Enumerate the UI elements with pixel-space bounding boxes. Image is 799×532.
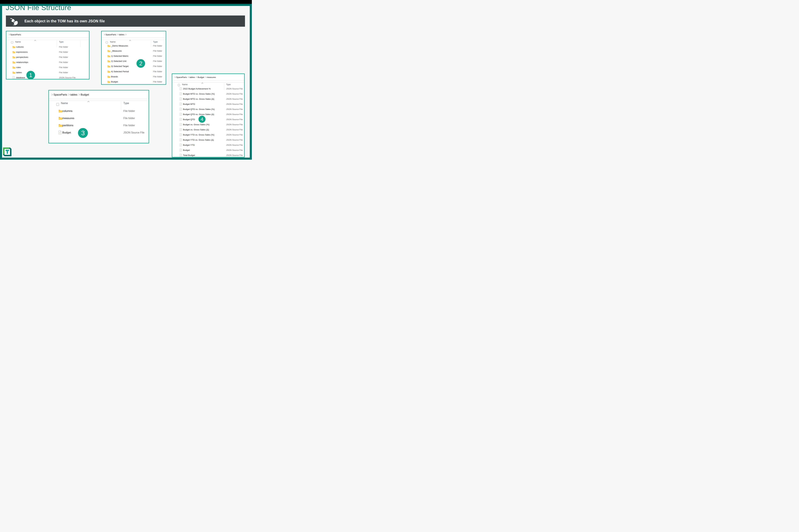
file-type: File folder <box>153 55 162 57</box>
file-type: JSON Source File <box>226 149 243 151</box>
table-row[interactable]: perspectivesFile folder <box>6 55 89 60</box>
json-file-icon: {} <box>179 118 182 121</box>
svg-text:{}: {} <box>180 139 181 140</box>
chevron-right-icon <box>196 76 197 78</box>
file-name: measures <box>62 117 74 120</box>
banner-text: Each object in the TOM has its own JSON … <box>24 19 105 23</box>
table-row[interactable]: {}Budget MTDJSON Source File <box>172 101 244 107</box>
breadcrumb-item[interactable]: Budget <box>198 76 204 78</box>
file-name: _Demo Measures <box>111 44 128 47</box>
svg-text:{}: {} <box>180 114 181 115</box>
select-all-checkbox[interactable] <box>56 103 59 106</box>
type-column-header[interactable]: Type <box>59 41 63 43</box>
table-row[interactable]: _MeasuresFile folder <box>102 48 166 53</box>
breadcrumb-item[interactable]: tables <box>70 93 77 96</box>
table-row[interactable]: {}Budget QTDJSON Source File <box>172 117 244 122</box>
breadcrumb-item[interactable]: tables <box>119 33 125 36</box>
chevron-right-icon <box>68 94 70 95</box>
file-type: JSON Source File <box>226 93 243 95</box>
file-type: File folder <box>59 56 68 58</box>
folder-icon-holder <box>58 108 62 115</box>
table-row[interactable]: _Demo MeasuresFile folder <box>102 43 166 48</box>
breadcrumb: SpacePartstablesBudgetmeasures <box>174 74 216 80</box>
table-row[interactable]: {}Budget QTD vs. Gross Sales (%)JSON Sou… <box>172 107 244 112</box>
json-file-icon: {} <box>179 133 182 136</box>
table-row[interactable]: partitionsFile folder <box>49 122 149 129</box>
table-row[interactable]: 4) Selected PeriodFile folder <box>102 69 166 74</box>
sort-ascending-icon <box>34 40 36 42</box>
folder-icon <box>58 116 62 120</box>
table-row[interactable]: 3) Selected TargetFile folder <box>102 64 166 69</box>
breadcrumb-item[interactable]: SpaceParts <box>10 33 21 36</box>
divider <box>49 99 149 99</box>
table-row[interactable]: 2) Selected UnitFile folder <box>102 59 166 64</box>
json-file-icon-holder: {} <box>179 91 182 96</box>
type-column-header[interactable]: Type <box>226 83 231 86</box>
banner: Each object in the TOM has its own JSON … <box>6 16 245 27</box>
file-type: File folder <box>59 71 68 74</box>
folder-icon <box>108 55 110 57</box>
file-name: cultures <box>16 46 24 48</box>
table-row[interactable]: {}Budget YTD vs. Gross Sales (%)JSON Sou… <box>172 132 244 137</box>
type-column-header[interactable]: Type <box>153 41 157 43</box>
table-row[interactable]: {}Budget vs. Gross Sales (%)JSON Source … <box>172 122 244 127</box>
breadcrumb-item[interactable]: SpaceParts <box>106 33 116 36</box>
name-column-header[interactable]: Name <box>15 41 21 43</box>
file-type: JSON Source File <box>226 139 243 141</box>
folder-icon <box>58 124 62 127</box>
table-row[interactable]: {}Budget vs. Gross Sales (Δ)JSON Source … <box>172 127 244 132</box>
json-file-icon: {} <box>13 76 15 79</box>
name-column-header[interactable]: Name <box>61 102 68 105</box>
folder-icon <box>13 66 15 69</box>
breadcrumb-item[interactable]: Budget <box>81 93 89 96</box>
table-row[interactable]: {}Budget QTD vs. Gross Sales (Δ)JSON Sou… <box>172 112 244 117</box>
file-name: Brands <box>111 75 118 78</box>
file-type: JSON Source File <box>226 113 243 116</box>
table-row[interactable]: {}databaseJSON Source File <box>6 75 89 80</box>
svg-text:{}: {} <box>180 150 181 151</box>
table-row[interactable]: tablesFile folder <box>6 70 89 75</box>
table-row[interactable]: columnsFile folder <box>49 108 149 115</box>
file-type: File folder <box>123 110 135 113</box>
json-file-icon: {} <box>58 131 61 134</box>
table-row[interactable]: measuresFile folder <box>49 115 149 122</box>
folder-icon <box>13 46 15 48</box>
table-row[interactable]: {}Budget MTD vs. Gross Sales (%)JSON Sou… <box>172 91 244 96</box>
file-type: File folder <box>153 75 162 78</box>
table-row[interactable]: rolesFile folder <box>6 65 89 70</box>
file-name: Budget vs. Gross Sales (Δ) <box>183 129 209 131</box>
table-row[interactable]: relationshipsFile folder <box>6 60 89 65</box>
table-row[interactable]: BrandsFile folder <box>102 74 166 79</box>
chevron-right-icon <box>103 34 105 35</box>
table-row[interactable]: BudgetFile folder <box>102 79 166 84</box>
breadcrumb-item[interactable]: measures <box>207 76 216 78</box>
table-row[interactable]: {}Budget YTDJSON Source File <box>172 142 244 148</box>
breadcrumb-item[interactable]: SpaceParts <box>53 93 67 96</box>
json-file-icon: {} <box>179 144 182 146</box>
name-column-header[interactable]: Name <box>182 83 188 86</box>
table-row[interactable]: culturesFile folder <box>6 44 89 50</box>
table-row[interactable]: {}BudgetJSON Source File <box>49 129 149 136</box>
table-row[interactable]: {}Total BudgetJSON Source File <box>172 153 244 158</box>
step-badge-3: 3 <box>78 128 88 138</box>
table-row[interactable]: {}Budget MTD vs. Gross Sales (Δ)JSON Sou… <box>172 96 244 101</box>
select-all-checkbox[interactable] <box>11 41 13 43</box>
breadcrumb-item[interactable]: tables <box>190 76 195 78</box>
explorer-panel-4: SpacePartstablesBudgetmeasuresNameType {… <box>172 74 245 157</box>
folder-icon-holder <box>13 60 15 65</box>
file-name: tables <box>16 71 22 74</box>
type-column-header[interactable]: Type <box>123 102 129 105</box>
name-column-header[interactable]: Name <box>110 41 116 43</box>
table-row[interactable]: {}BudgetJSON Source File <box>172 148 244 153</box>
breadcrumb: SpacePartstablesBudget <box>50 91 89 99</box>
folder-icon-holder <box>13 70 15 75</box>
folder-icon-holder <box>108 43 110 48</box>
table-row[interactable]: {}2022 Budget Achievement %JSON Source F… <box>172 86 244 91</box>
file-name: Budget QTD vs. Gross Sales (Δ) <box>183 113 214 116</box>
table-row[interactable]: expressionsFile folder <box>6 50 89 55</box>
table-row[interactable]: 1) Selected MetricFile folder <box>102 53 166 58</box>
table-row[interactable]: {}Budget YTD vs. Gross Sales (Δ)JSON Sou… <box>172 137 244 142</box>
breadcrumb-item[interactable]: SpaceParts <box>176 76 187 78</box>
select-all-checkbox[interactable] <box>178 84 180 86</box>
tabular-editor-logo <box>2 147 13 158</box>
